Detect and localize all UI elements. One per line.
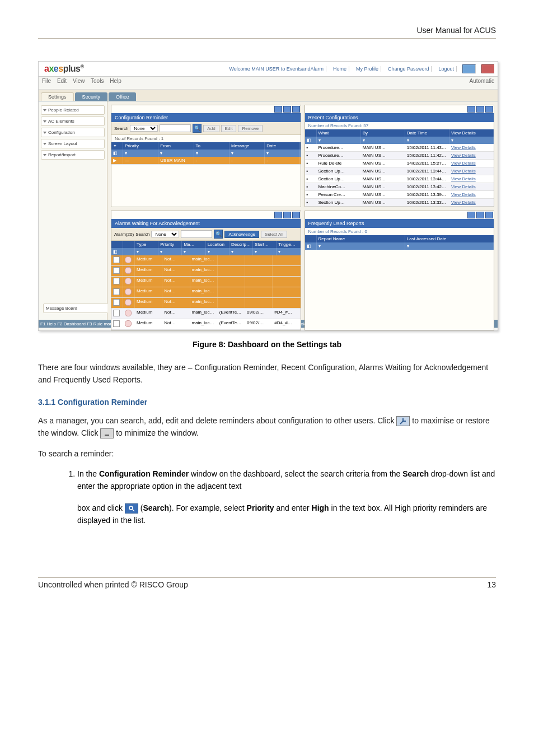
tab-settings[interactable]: Settings bbox=[41, 92, 74, 101]
search-dropdown[interactable]: None bbox=[151, 231, 179, 237]
row-checkbox[interactable] bbox=[113, 267, 120, 274]
col-nav: ✦ bbox=[111, 142, 123, 150]
table-row[interactable]: ▪Section Up…MAIN US…10/02/2011 13:44:27V… bbox=[305, 167, 494, 175]
sidebar-label: AC Elements bbox=[48, 119, 74, 124]
table-row[interactable]: MediumNot…main_loc… bbox=[111, 287, 301, 298]
panel-max-icon[interactable] bbox=[283, 106, 291, 113]
col-details[interactable]: View Details bbox=[449, 129, 494, 137]
panel-max-icon[interactable] bbox=[476, 106, 484, 113]
row-checkbox[interactable] bbox=[113, 299, 120, 306]
table-row[interactable]: ▪Procedure…MAIN US…15/02/2011 11:42:00Vi… bbox=[305, 152, 494, 160]
add-button[interactable]: Add bbox=[203, 125, 219, 132]
col-message[interactable]: Message bbox=[229, 142, 265, 150]
tab-security[interactable]: Security bbox=[75, 92, 108, 101]
sidebar-item-report[interactable]: Report/Import bbox=[41, 150, 105, 160]
menu-view[interactable]: View bbox=[73, 78, 85, 84]
select-all-button[interactable]: Select All bbox=[261, 231, 287, 238]
row-checkbox[interactable] bbox=[113, 288, 120, 295]
search-button[interactable]: 🔍 bbox=[193, 124, 202, 133]
row-checkbox[interactable] bbox=[113, 278, 120, 284]
edit-button[interactable]: Edit bbox=[221, 125, 237, 132]
footer-left: Uncontrolled when printed © RISCO Group bbox=[38, 580, 188, 589]
table-row[interactable]: MediumNot…main_loc…(EventTe…09/02/…#D4_#… bbox=[111, 309, 301, 319]
sidebar-item-config[interactable]: Configuration bbox=[41, 128, 105, 137]
message-board[interactable]: Message Board bbox=[43, 304, 111, 313]
col-priority[interactable]: Priority bbox=[158, 241, 182, 248]
table-row[interactable]: ▪Rule DeleteMAIN US…14/02/2011 15:27:23V… bbox=[305, 160, 494, 167]
row-checkbox[interactable] bbox=[113, 310, 120, 316]
table-row[interactable]: MediumNot…main_loc… bbox=[111, 277, 301, 287]
col-by[interactable]: By bbox=[361, 129, 405, 137]
col-date[interactable]: Date bbox=[265, 142, 300, 150]
table-row[interactable]: MediumNot…main_loc… bbox=[111, 266, 301, 277]
home-link[interactable]: Home bbox=[331, 66, 349, 72]
panel-min-icon[interactable] bbox=[274, 212, 282, 218]
change-password-link[interactable]: Change Password bbox=[386, 66, 432, 72]
col-last-accessed[interactable]: Last Accessed Date bbox=[405, 235, 494, 242]
col-nav bbox=[305, 129, 317, 137]
menu-bar: File Edit View Tools Help Automatic bbox=[39, 77, 498, 90]
panel-close-icon[interactable] bbox=[485, 106, 493, 113]
search-button[interactable]: 🔍 bbox=[214, 230, 223, 239]
col-location[interactable]: Location bbox=[206, 241, 229, 248]
logout-link[interactable]: Logout bbox=[436, 66, 457, 72]
table-row[interactable]: ▪Section Up…MAIN US…10/02/2011 13:44:27V… bbox=[305, 175, 494, 183]
col-start[interactable]: Start… bbox=[253, 241, 277, 248]
tab-office[interactable]: Office bbox=[109, 92, 136, 101]
panel-min-icon[interactable] bbox=[274, 106, 282, 113]
chevron-down-icon bbox=[43, 154, 46, 156]
sidebar-item-ac[interactable]: AC Elements bbox=[41, 116, 105, 126]
paragraph-icons: As a manager, you can search, add, edit … bbox=[38, 414, 496, 440]
sidebar-item-layout[interactable]: Screen Layout bbox=[41, 139, 105, 148]
col-trigger[interactable]: Trigge… bbox=[277, 241, 300, 248]
minimize-window-icon[interactable] bbox=[462, 64, 476, 73]
table-row[interactable]: ▶—USER MAIN--- bbox=[111, 157, 301, 165]
section-heading: 3.1.1 Configuration Reminder bbox=[38, 398, 496, 407]
search-dropdown[interactable]: None bbox=[130, 125, 158, 132]
col-what[interactable]: What bbox=[317, 129, 361, 137]
menu-edit[interactable]: Edit bbox=[57, 78, 67, 84]
table-row[interactable]: ▪MachineCo…MAIN US…10/02/2011 13:42:13Vi… bbox=[305, 183, 494, 191]
table-row[interactable]: ▪Section Up…MAIN US…10/02/2011 13:33:24V… bbox=[305, 199, 494, 207]
table-row[interactable]: MediumNot…main_loc… bbox=[111, 255, 301, 266]
panel-close-icon[interactable] bbox=[292, 106, 300, 113]
panel-title: Alarms Waiting For Acknowledgement bbox=[115, 221, 200, 226]
panel-max-icon[interactable] bbox=[476, 212, 484, 218]
row-checkbox[interactable] bbox=[113, 320, 120, 327]
menu-tools[interactable]: Tools bbox=[91, 78, 104, 84]
steps-list: In the Configuration Reminder window on … bbox=[38, 468, 496, 493]
menu-help[interactable]: Help bbox=[110, 78, 121, 84]
search-input[interactable] bbox=[181, 230, 212, 238]
table-row[interactable]: MediumNot…main_loc…(EventTe…09/02/…#D4_#… bbox=[111, 319, 301, 330]
panel-close-icon[interactable] bbox=[485, 212, 493, 218]
sidebar-item-people[interactable]: People Related bbox=[41, 105, 105, 115]
col-priority[interactable]: Priority bbox=[123, 142, 158, 150]
row-checkbox[interactable] bbox=[113, 256, 120, 263]
table-row[interactable]: MediumNot…main_loc… bbox=[111, 298, 301, 309]
panel-close-icon[interactable] bbox=[292, 212, 300, 218]
col-type[interactable]: Type bbox=[135, 241, 158, 248]
col-descrip[interactable]: Descrip… bbox=[229, 241, 253, 248]
chevron-down-icon bbox=[43, 143, 46, 145]
profile-link[interactable]: My Profile bbox=[354, 66, 381, 72]
table-row[interactable]: ▪Person Cre…MAIN US…10/02/2011 13:39:28V… bbox=[305, 191, 494, 199]
menu-file[interactable]: File bbox=[42, 78, 51, 84]
alarms-grid: Type Priority Ma… Location Descrip… Star… bbox=[111, 241, 301, 330]
stop-icon bbox=[125, 310, 132, 316]
acknowledge-button[interactable]: Acknowledge bbox=[224, 231, 259, 238]
col-datetime[interactable]: Date Time bbox=[405, 129, 449, 137]
panel-min-icon[interactable] bbox=[467, 106, 475, 113]
close-window-icon[interactable] bbox=[481, 64, 494, 73]
col-from[interactable]: From bbox=[158, 142, 194, 150]
svg-rect-0 bbox=[105, 435, 109, 436]
table-row[interactable]: ▪Procedure…MAIN US…15/02/2011 11:43:16Vi… bbox=[305, 144, 494, 152]
panel-min-icon[interactable] bbox=[467, 212, 475, 218]
col-report-name[interactable]: Report Name bbox=[317, 235, 405, 242]
menu-automatic[interactable]: Automatic bbox=[470, 78, 494, 88]
search-input[interactable] bbox=[160, 124, 191, 132]
remove-button[interactable]: Remove bbox=[238, 125, 263, 132]
col-to[interactable]: To bbox=[194, 142, 229, 150]
minimize-icon bbox=[100, 428, 114, 438]
panel-max-icon[interactable] bbox=[283, 212, 291, 218]
col-ma[interactable]: Ma… bbox=[182, 241, 205, 248]
